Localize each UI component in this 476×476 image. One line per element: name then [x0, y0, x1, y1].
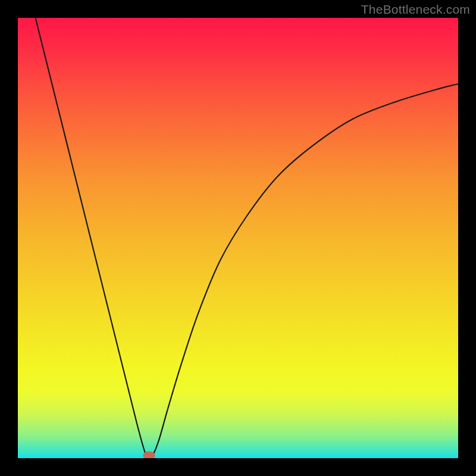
plot-area [18, 18, 458, 458]
optimum-marker [143, 452, 155, 458]
curve-layer [18, 18, 458, 458]
bottleneck-curve [36, 18, 458, 458]
chart-frame: TheBottleneck.com [0, 0, 476, 476]
watermark-text: TheBottleneck.com [361, 2, 470, 17]
